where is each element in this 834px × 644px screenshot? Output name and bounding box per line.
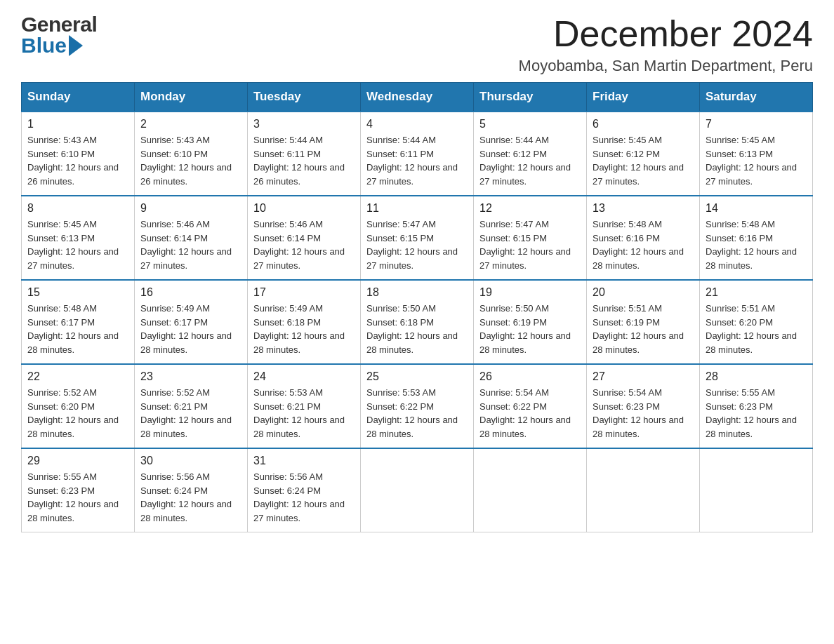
day-number: 22 [27, 370, 128, 383]
calendar-body: 1 Sunrise: 5:43 AMSunset: 6:10 PMDayligh… [22, 112, 813, 532]
day-info: Sunrise: 5:54 AMSunset: 6:22 PMDaylight:… [479, 387, 571, 439]
header-monday: Monday [135, 83, 248, 112]
calendar-week-row: 1 Sunrise: 5:43 AMSunset: 6:10 PMDayligh… [22, 112, 813, 196]
logo-blue-row: Blue [21, 35, 97, 56]
day-info: Sunrise: 5:49 AMSunset: 6:17 PMDaylight:… [140, 303, 232, 355]
day-info: Sunrise: 5:44 AMSunset: 6:11 PMDaylight:… [253, 135, 345, 187]
day-number: 15 [27, 286, 128, 299]
calendar-week-row: 29 Sunrise: 5:55 AMSunset: 6:23 PMDaylig… [22, 448, 813, 532]
day-info: Sunrise: 5:43 AMSunset: 6:10 PMDaylight:… [140, 135, 232, 187]
day-number: 25 [366, 370, 468, 383]
day-number: 31 [253, 455, 355, 467]
day-info: Sunrise: 5:55 AMSunset: 6:23 PMDaylight:… [27, 471, 119, 523]
day-number: 9 [140, 202, 241, 215]
header-tuesday: Tuesday [248, 83, 361, 112]
calendar-day-cell: 19 Sunrise: 5:50 AMSunset: 6:19 PMDaylig… [474, 280, 587, 364]
day-info: Sunrise: 5:48 AMSunset: 6:17 PMDaylight:… [27, 303, 119, 355]
header-friday: Friday [587, 83, 700, 112]
day-number: 21 [706, 286, 807, 299]
day-info: Sunrise: 5:49 AMSunset: 6:18 PMDaylight:… [253, 303, 345, 355]
calendar-day-cell [474, 448, 587, 532]
calendar-day-cell: 15 Sunrise: 5:48 AMSunset: 6:17 PMDaylig… [22, 280, 135, 364]
day-number: 14 [706, 202, 807, 215]
logo-lines: General Blue [21, 14, 97, 56]
day-number: 1 [27, 118, 128, 130]
day-info: Sunrise: 5:53 AMSunset: 6:21 PMDaylight:… [253, 387, 345, 439]
day-info: Sunrise: 5:56 AMSunset: 6:24 PMDaylight:… [253, 471, 345, 523]
calendar-day-cell: 26 Sunrise: 5:54 AMSunset: 6:22 PMDaylig… [474, 364, 587, 448]
day-number: 28 [706, 370, 807, 383]
day-number: 24 [253, 370, 355, 383]
calendar-day-cell: 7 Sunrise: 5:45 AMSunset: 6:13 PMDayligh… [700, 112, 813, 196]
day-info: Sunrise: 5:50 AMSunset: 6:19 PMDaylight:… [479, 303, 571, 355]
calendar-day-cell: 24 Sunrise: 5:53 AMSunset: 6:21 PMDaylig… [248, 364, 361, 448]
calendar-day-cell: 21 Sunrise: 5:51 AMSunset: 6:20 PMDaylig… [700, 280, 813, 364]
day-number: 13 [593, 202, 694, 215]
header-row: Sunday Monday Tuesday Wednesday Thursday… [22, 83, 813, 112]
day-number: 16 [140, 286, 241, 299]
day-info: Sunrise: 5:55 AMSunset: 6:23 PMDaylight:… [706, 387, 797, 439]
day-info: Sunrise: 5:44 AMSunset: 6:12 PMDaylight:… [479, 135, 571, 187]
day-number: 29 [27, 455, 128, 467]
logo: General Blue [21, 14, 97, 56]
calendar-day-cell: 28 Sunrise: 5:55 AMSunset: 6:23 PMDaylig… [700, 364, 813, 448]
day-info: Sunrise: 5:52 AMSunset: 6:20 PMDaylight:… [27, 387, 119, 439]
day-info: Sunrise: 5:53 AMSunset: 6:22 PMDaylight:… [366, 387, 458, 439]
day-number: 2 [140, 118, 241, 130]
calendar-day-cell: 11 Sunrise: 5:47 AMSunset: 6:15 PMDaylig… [361, 196, 474, 280]
calendar-day-cell: 14 Sunrise: 5:48 AMSunset: 6:16 PMDaylig… [700, 196, 813, 280]
calendar-day-cell: 16 Sunrise: 5:49 AMSunset: 6:17 PMDaylig… [135, 280, 248, 364]
calendar-day-cell: 3 Sunrise: 5:44 AMSunset: 6:11 PMDayligh… [248, 112, 361, 196]
day-info: Sunrise: 5:45 AMSunset: 6:12 PMDaylight:… [593, 135, 684, 187]
day-info: Sunrise: 5:56 AMSunset: 6:24 PMDaylight:… [140, 471, 232, 523]
calendar-subtitle: Moyobamba, San Martin Department, Peru [519, 57, 813, 75]
calendar-day-cell: 1 Sunrise: 5:43 AMSunset: 6:10 PMDayligh… [22, 112, 135, 196]
day-info: Sunrise: 5:45 AMSunset: 6:13 PMDaylight:… [706, 135, 797, 187]
day-info: Sunrise: 5:50 AMSunset: 6:18 PMDaylight:… [366, 303, 458, 355]
day-number: 30 [140, 455, 241, 467]
day-info: Sunrise: 5:45 AMSunset: 6:13 PMDaylight:… [27, 219, 119, 271]
day-number: 8 [27, 202, 128, 215]
day-number: 5 [479, 118, 581, 130]
day-info: Sunrise: 5:54 AMSunset: 6:23 PMDaylight:… [593, 387, 684, 439]
day-number: 19 [479, 286, 581, 299]
calendar-day-cell: 6 Sunrise: 5:45 AMSunset: 6:12 PMDayligh… [587, 112, 700, 196]
calendar-week-row: 8 Sunrise: 5:45 AMSunset: 6:13 PMDayligh… [22, 196, 813, 280]
day-number: 11 [366, 202, 468, 215]
header-wednesday: Wednesday [361, 83, 474, 112]
calendar-day-cell: 29 Sunrise: 5:55 AMSunset: 6:23 PMDaylig… [22, 448, 135, 532]
calendar-day-cell: 18 Sunrise: 5:50 AMSunset: 6:18 PMDaylig… [361, 280, 474, 364]
day-info: Sunrise: 5:48 AMSunset: 6:16 PMDaylight:… [706, 219, 797, 271]
day-info: Sunrise: 5:46 AMSunset: 6:14 PMDaylight:… [140, 219, 232, 271]
day-number: 4 [366, 118, 468, 130]
calendar-day-cell: 17 Sunrise: 5:49 AMSunset: 6:18 PMDaylig… [248, 280, 361, 364]
header-sunday: Sunday [22, 83, 135, 112]
day-number: 10 [253, 202, 355, 215]
logo-arrow-icon [69, 35, 83, 56]
title-block: December 2024 Moyobamba, San Martin Depa… [519, 14, 813, 75]
calendar-day-cell: 10 Sunrise: 5:46 AMSunset: 6:14 PMDaylig… [248, 196, 361, 280]
day-info: Sunrise: 5:52 AMSunset: 6:21 PMDaylight:… [140, 387, 232, 439]
day-info: Sunrise: 5:46 AMSunset: 6:14 PMDaylight:… [253, 219, 345, 271]
day-number: 26 [479, 370, 581, 383]
calendar-day-cell: 23 Sunrise: 5:52 AMSunset: 6:21 PMDaylig… [135, 364, 248, 448]
calendar-day-cell: 4 Sunrise: 5:44 AMSunset: 6:11 PMDayligh… [361, 112, 474, 196]
day-info: Sunrise: 5:48 AMSunset: 6:16 PMDaylight:… [593, 219, 684, 271]
calendar-day-cell [700, 448, 813, 532]
day-number: 3 [253, 118, 355, 130]
day-info: Sunrise: 5:44 AMSunset: 6:11 PMDaylight:… [366, 135, 458, 187]
logo-blue-text: Blue [21, 35, 67, 56]
day-info: Sunrise: 5:47 AMSunset: 6:15 PMDaylight:… [366, 219, 458, 271]
calendar-day-cell: 8 Sunrise: 5:45 AMSunset: 6:13 PMDayligh… [22, 196, 135, 280]
calendar-day-cell: 20 Sunrise: 5:51 AMSunset: 6:19 PMDaylig… [587, 280, 700, 364]
day-number: 18 [366, 286, 468, 299]
day-number: 17 [253, 286, 355, 299]
calendar-day-cell: 25 Sunrise: 5:53 AMSunset: 6:22 PMDaylig… [361, 364, 474, 448]
calendar-day-cell: 9 Sunrise: 5:46 AMSunset: 6:14 PMDayligh… [135, 196, 248, 280]
day-number: 12 [479, 202, 581, 215]
header-saturday: Saturday [700, 83, 813, 112]
day-number: 20 [593, 286, 694, 299]
calendar-header: Sunday Monday Tuesday Wednesday Thursday… [22, 83, 813, 112]
day-info: Sunrise: 5:51 AMSunset: 6:19 PMDaylight:… [593, 303, 684, 355]
calendar-day-cell: 12 Sunrise: 5:47 AMSunset: 6:15 PMDaylig… [474, 196, 587, 280]
